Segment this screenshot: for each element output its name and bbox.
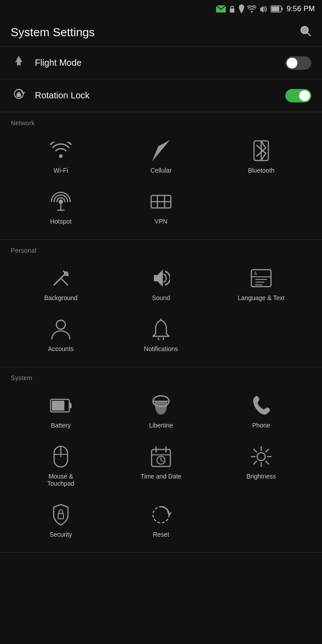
wifi-setting-icon — [49, 139, 72, 162]
accounts-icon — [49, 318, 72, 341]
email-icon — [216, 5, 226, 13]
libertine-item[interactable]: Libertine — [111, 385, 211, 436]
phone-item[interactable]: Phone — [211, 385, 311, 436]
brightness-item[interactable]: Brightness — [211, 436, 311, 494]
network-section-title: Network — [11, 119, 311, 127]
svg-line-47 — [161, 460, 163, 462]
svg-rect-4 — [271, 7, 279, 12]
hotspot-icon — [49, 190, 72, 213]
rotation-lock-row[interactable]: Rotation Lock — [0, 79, 322, 112]
battery-item[interactable]: Battery — [11, 385, 111, 436]
status-time: 9:56 PM — [287, 4, 315, 13]
svg-line-6 — [307, 33, 310, 36]
hotspot-label: Hotspot — [50, 218, 72, 225]
background-label: Background — [44, 294, 78, 301]
svg-rect-33 — [52, 401, 64, 411]
battery-icon — [271, 5, 283, 13]
svg-line-55 — [266, 449, 269, 452]
accounts-item[interactable]: Accounts — [11, 309, 111, 360]
battery-setting-icon — [49, 394, 72, 417]
flight-mode-toggle-knob — [287, 58, 297, 68]
security-icon — [49, 503, 72, 526]
language-text-icon: A — [250, 267, 273, 290]
location-icon — [238, 4, 245, 13]
security-label: Security — [50, 531, 72, 538]
hotspot-item[interactable]: Hotspot — [11, 181, 111, 232]
system-grid: Battery Libertine Phone — [11, 385, 311, 552]
background-icon — [49, 267, 72, 290]
flight-mode-icon — [11, 55, 27, 71]
cellular-icon — [149, 139, 173, 162]
bluetooth-label: Bluetooth — [248, 167, 274, 174]
time-date-label: Time and Date — [140, 473, 181, 480]
network-section: Network Wi-Fi Cellular — [0, 112, 322, 240]
phone-label: Phone — [252, 422, 270, 429]
mouse-touchpad-item[interactable]: Mouse & Touchpad — [11, 436, 111, 494]
svg-line-56 — [254, 462, 257, 464]
lock-icon — [229, 5, 236, 13]
security-item[interactable]: Security — [11, 494, 111, 545]
brightness-icon — [250, 445, 273, 468]
svg-rect-1 — [230, 8, 234, 13]
system-section-title: System — [11, 374, 311, 381]
mouse-touchpad-label: Mouse & Touchpad — [47, 473, 75, 487]
svg-point-28 — [56, 320, 65, 329]
bluetooth-item[interactable]: Bluetooth — [211, 130, 311, 181]
reset-icon — [149, 503, 173, 526]
time-date-item[interactable]: Time and Date — [111, 436, 211, 494]
network-grid: Wi-Fi Cellular Bluetooth — [11, 130, 311, 239]
phone-icon — [250, 394, 273, 417]
personal-section: Personal Background Sound — [0, 240, 322, 367]
page-title: System Settings — [11, 25, 95, 39]
rotation-lock-toggle-knob — [299, 90, 310, 101]
app-header: System Settings — [0, 18, 322, 47]
svg-rect-9 — [17, 93, 21, 97]
vpn-icon — [149, 190, 173, 213]
personal-section-title: Personal — [11, 247, 311, 254]
vpn-item[interactable]: VPN — [111, 181, 211, 232]
wifi-icon — [247, 5, 256, 13]
rotation-lock-label: Rotation Lock — [35, 90, 285, 101]
flight-mode-row[interactable]: Flight Mode — [0, 47, 322, 79]
sound-label: Sound — [152, 294, 170, 301]
status-bar: 9:56 PM — [0, 0, 322, 18]
bluetooth-icon — [250, 139, 273, 162]
personal-grid: Background Sound A — [11, 258, 311, 367]
svg-line-53 — [254, 449, 257, 452]
notifications-label: Notifications — [144, 345, 178, 352]
language-text-item[interactable]: A Language & Text — [211, 258, 311, 309]
language-text-label: Language & Text — [238, 294, 285, 301]
flight-mode-toggle[interactable] — [285, 56, 311, 70]
vpn-label: VPN — [155, 218, 168, 225]
sound-icon — [149, 267, 173, 290]
cellular-item[interactable]: Cellular — [111, 130, 211, 181]
wifi-item[interactable]: Wi-Fi — [11, 130, 111, 181]
svg-line-54 — [266, 462, 269, 464]
libertine-label: Libertine — [149, 422, 173, 429]
search-icon — [300, 25, 311, 37]
svg-rect-3 — [281, 8, 283, 10]
brightness-label: Brightness — [246, 473, 276, 480]
rotation-lock-toggle[interactable] — [285, 89, 311, 102]
notifications-item[interactable]: Notifications — [111, 309, 211, 360]
svg-point-48 — [257, 453, 265, 461]
accounts-label: Accounts — [48, 345, 74, 352]
background-item[interactable]: Background — [11, 258, 111, 309]
svg-rect-57 — [58, 513, 64, 519]
cellular-label: Cellular — [150, 167, 171, 174]
notifications-icon — [149, 318, 173, 341]
svg-text:A: A — [254, 271, 257, 276]
libertine-icon — [149, 394, 173, 417]
time-date-icon — [149, 445, 173, 468]
status-icons — [216, 4, 283, 13]
battery-label: Battery — [51, 422, 71, 429]
system-section: System Battery Libertine — [0, 367, 322, 553]
reset-item[interactable]: Reset — [111, 494, 211, 545]
search-button[interactable] — [300, 25, 311, 39]
rotation-lock-icon — [11, 87, 27, 104]
svg-rect-32 — [69, 403, 72, 408]
mouse-touchpad-icon — [49, 445, 72, 468]
sound-item[interactable]: Sound — [111, 258, 211, 309]
reset-label: Reset — [153, 531, 169, 538]
volume-icon — [259, 5, 268, 13]
